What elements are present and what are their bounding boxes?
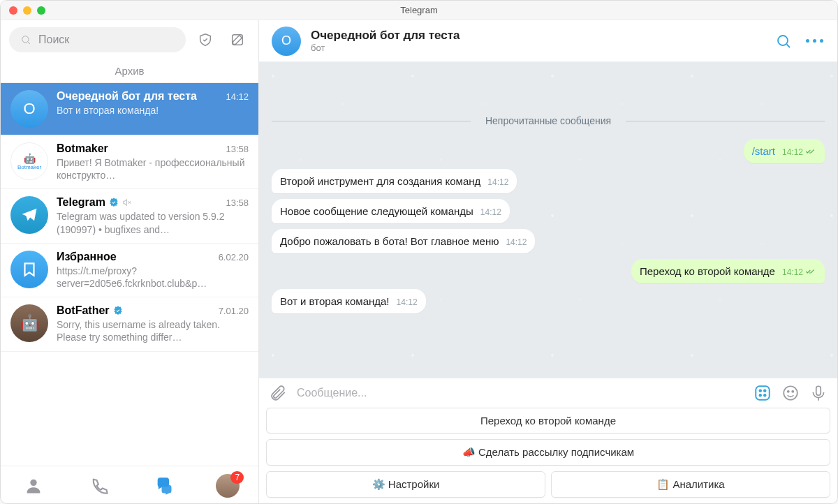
svg-rect-8 <box>756 386 770 400</box>
chat-time: 13:58 <box>226 144 249 154</box>
chat-panel: О Очередной бот для теста бот Непрочитан… <box>259 20 837 504</box>
message-time: 14:12 <box>397 297 418 307</box>
chat-time: 13:58 <box>226 198 249 208</box>
chat-item[interactable]: 🤖Botmaker Botmaker13:58 Привет! Я Botmak… <box>1 135 258 189</box>
verified-icon <box>112 305 124 316</box>
chat-name: Botmaker <box>57 142 108 155</box>
chat-item[interactable]: О Очередной бот для теста14:12 Вот и вто… <box>1 83 258 135</box>
read-ticks-icon <box>805 267 816 277</box>
bot-keyboard-icon[interactable] <box>754 384 772 402</box>
chat-avatar: О <box>10 90 48 128</box>
message-text: /start <box>752 145 775 157</box>
message-bubble[interactable]: Переход ко второй команде 14:12 <box>631 259 825 283</box>
unread-separator: Непрочитанные сообщения <box>272 112 825 129</box>
mic-icon[interactable] <box>809 384 828 402</box>
chat-name: Очередной бот для теста <box>57 90 197 103</box>
compose-icon <box>230 32 245 47</box>
header-more-button[interactable] <box>804 31 825 52</box>
svg-line-1 <box>28 42 30 44</box>
composer: Сообщение... Переход ко второй команде 📣… <box>259 378 837 504</box>
archive-header[interactable]: Архив <box>1 59 258 83</box>
chat-preview: Telegram was updated to version 5.9.2 (1… <box>57 210 249 235</box>
bot-keyboard-button[interactable]: ⚙️ Настройки <box>266 471 545 498</box>
search-icon <box>775 33 792 50</box>
message-time: 14:12 <box>782 147 816 157</box>
svg-point-5 <box>30 479 36 485</box>
svg-line-7 <box>787 44 791 47</box>
attach-icon[interactable] <box>269 384 287 402</box>
message-text: Добро пожаловать в бота! Вот главное мен… <box>280 235 499 247</box>
message-time: 14:12 <box>782 267 816 277</box>
badge-count: 7 <box>230 471 244 484</box>
chat-list-sidebar: Поиск Архив О Очередной бот для теста14:… <box>1 20 259 504</box>
tab-calls[interactable] <box>85 472 113 500</box>
svg-point-13 <box>784 386 797 400</box>
svg-point-10 <box>764 390 766 392</box>
message-text: Вот и вторая команда! <box>280 295 390 307</box>
chat-preview: Привет! Я Botmaker - профессиональный ко… <box>57 156 249 181</box>
window-titlebar: Telegram <box>1 1 837 20</box>
chat-item[interactable]: Telegram 13:58 Telegram was updated to v… <box>1 189 258 243</box>
message-area[interactable]: Непрочитанные сообщения /start 14:12 Вто… <box>259 62 837 378</box>
compose-button[interactable] <box>225 27 250 52</box>
svg-point-6 <box>778 36 788 45</box>
chat-item[interactable]: Избранное6.02.20 https://t.me/proxy?serv… <box>1 244 258 297</box>
phone-icon <box>89 476 109 496</box>
search-icon <box>20 34 31 45</box>
contact-icon <box>24 476 43 496</box>
message-bubble[interactable]: Вот и вторая команда! 14:12 <box>272 289 426 313</box>
message-bubble[interactable]: Добро пожаловать в бота! Вот главное мен… <box>272 229 535 253</box>
shield-icon <box>198 32 213 47</box>
message-time: 14:12 <box>487 177 508 187</box>
chat-preview: Sorry, this username is already taken. P… <box>57 318 249 343</box>
tab-settings[interactable]: 7 <box>216 474 240 498</box>
tab-chats[interactable] <box>150 472 178 500</box>
svg-point-0 <box>22 36 29 43</box>
bot-keyboard-button[interactable]: 📋 Аналитика <box>551 471 830 498</box>
message-text: Новое сообщение следующей команды <box>280 205 473 217</box>
bot-keyboard-button[interactable]: Переход ко второй команде <box>266 408 830 433</box>
message-time: 14:12 <box>480 207 501 217</box>
verified-icon <box>108 197 119 208</box>
message-bubble[interactable]: Второй инструмент для создания команд 14… <box>272 169 517 193</box>
message-text: Переход ко второй команде <box>640 265 775 277</box>
message-bubble[interactable]: /start 14:12 <box>744 139 825 163</box>
tab-contacts[interactable] <box>20 472 47 500</box>
svg-point-9 <box>759 390 761 392</box>
chat-time: 14:12 <box>226 91 249 102</box>
header-title: Очередной бот для теста <box>311 29 460 43</box>
chat-preview: Вот и вторая команда! <box>57 104 249 117</box>
chat-avatar: 🤖 <box>10 304 48 342</box>
message-time: 14:12 <box>506 237 527 247</box>
chat-item[interactable]: 🤖 BotFather 7.01.20 Sorry, this username… <box>1 297 258 351</box>
svg-rect-2 <box>233 35 243 45</box>
chat-time: 6.02.20 <box>219 252 249 262</box>
header-search-button[interactable] <box>773 31 794 52</box>
proxy-shield-button[interactable] <box>193 27 218 52</box>
message-text: Второй инструмент для создания команд <box>280 175 480 187</box>
svg-rect-16 <box>816 386 821 395</box>
chat-preview: https://t.me/proxy?server=2d05e6.fckrknb… <box>57 265 249 290</box>
mute-icon <box>122 198 132 207</box>
search-placeholder: Поиск <box>38 34 69 46</box>
emoji-icon[interactable] <box>781 384 800 402</box>
chat-list: О Очередной бот для теста14:12 Вот и вто… <box>1 83 258 466</box>
chat-icon <box>154 476 174 496</box>
search-input[interactable]: Поиск <box>9 27 186 52</box>
chat-header[interactable]: О Очередной бот для теста бот <box>259 20 837 62</box>
header-avatar: О <box>272 27 301 56</box>
header-subtitle: бот <box>311 43 460 53</box>
bot-keyboard-button[interactable]: 📣 Сделать рассылку подписчикам <box>266 439 830 466</box>
chat-avatar: 🤖Botmaker <box>10 142 48 180</box>
sidebar-tabbar: 7 <box>1 466 258 504</box>
chat-avatar <box>10 251 48 288</box>
svg-point-15 <box>792 391 793 392</box>
chat-name: Избранное <box>57 251 117 263</box>
bookmark-icon <box>20 260 38 279</box>
svg-point-11 <box>759 394 761 396</box>
read-ticks-icon <box>805 147 816 157</box>
message-input[interactable]: Сообщение... <box>297 387 744 399</box>
more-icon <box>806 39 823 43</box>
chat-time: 7.01.20 <box>219 306 249 316</box>
message-bubble[interactable]: Новое сообщение следующей команды 14:12 <box>272 199 510 223</box>
